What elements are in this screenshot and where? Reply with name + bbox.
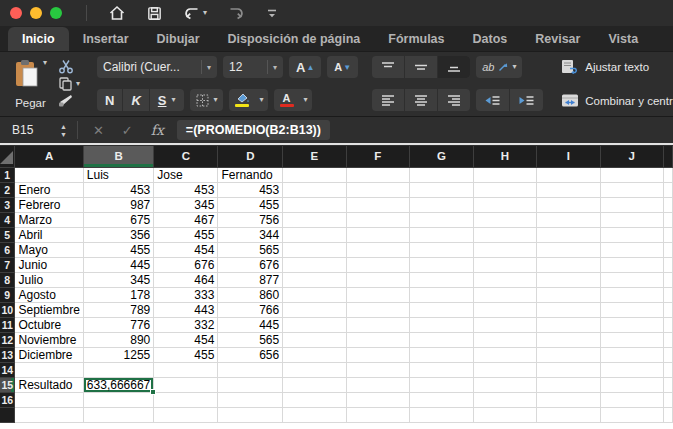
bold-button[interactable]: N [97,89,123,111]
column-header-H[interactable]: H [473,146,536,167]
cell-J11[interactable] [600,317,663,332]
cell-E7[interactable] [283,257,346,272]
cell-G-partial[interactable] [410,407,474,422]
cell-F16[interactable] [346,392,409,407]
align-left-button[interactable] [372,89,405,111]
underline-caret[interactable]: ▾ [171,96,175,104]
merge-center-button[interactable]: Combinar y centrar ▾ [557,91,673,110]
cell-H11[interactable] [473,317,536,332]
cell-B15[interactable]: 633,666667 [83,377,153,392]
cell-D6[interactable]: 565 [218,242,283,257]
row-header-1[interactable]: 1 [0,167,15,182]
cell-J4[interactable] [600,212,663,227]
cell-D13[interactable]: 656 [218,347,283,362]
cell-D9[interactable]: 860 [218,287,283,302]
cell-H3[interactable] [473,197,536,212]
redo-button[interactable] [220,3,252,23]
cell-C15[interactable] [154,377,218,392]
cell-A8[interactable]: Julio [15,272,83,287]
cell-H9[interactable] [473,287,536,302]
paste-button[interactable]: ▾ Pegar [10,56,51,111]
cell-G14[interactable] [410,362,474,377]
cell-C6[interactable]: 454 [154,242,218,257]
cell-D5[interactable]: 344 [218,227,283,242]
cell-A-partial[interactable] [15,407,83,422]
align-top-button[interactable] [372,56,405,78]
cell-I16[interactable] [537,392,600,407]
minimize-window-button[interactable] [30,7,42,19]
column-header-I[interactable]: I [537,146,600,167]
cell-J9[interactable] [600,287,663,302]
cell-A14[interactable] [15,362,83,377]
cell-H8[interactable] [473,272,536,287]
borders-button[interactable]: ▾ [190,89,223,111]
decrease-indent-button[interactable] [476,89,510,111]
cell-D10[interactable]: 766 [218,302,283,317]
cell-H6[interactable] [473,242,536,257]
cell-H1[interactable] [473,167,536,182]
cell-J5[interactable] [600,227,663,242]
cell-C16[interactable] [154,392,218,407]
cell-J10[interactable] [600,302,663,317]
cell-G13[interactable] [410,347,474,362]
cell-A11[interactable]: Octubre [15,317,83,332]
cell-G5[interactable] [410,227,474,242]
cell-D7[interactable]: 676 [218,257,283,272]
cell-H16[interactable] [473,392,536,407]
cell-J7[interactable] [600,257,663,272]
cell-B9[interactable]: 178 [83,287,153,302]
cell-A10[interactable]: Septiembre [15,302,83,317]
increase-indent-button[interactable] [510,89,543,111]
cell-D14[interactable] [218,362,283,377]
cell-B16[interactable] [83,392,153,407]
cell-B3[interactable]: 987 [83,197,153,212]
row-header-11[interactable]: 11 [0,317,15,332]
cell-I5[interactable] [537,227,600,242]
insert-function-button[interactable]: fx [142,122,173,138]
cell-E12[interactable] [283,332,346,347]
font-name-select[interactable]: Calibri (Cuer... ▾ [97,56,217,78]
cell-G15[interactable] [410,377,474,392]
cell-B6[interactable]: 455 [83,242,153,257]
cell-D3[interactable]: 455 [218,197,283,212]
borders-caret[interactable]: ▾ [214,96,218,104]
cell-F13[interactable] [346,347,409,362]
undo-dropdown-caret[interactable]: ▾ [203,9,207,17]
cell-C3[interactable]: 345 [154,197,218,212]
row-header-5[interactable]: 5 [0,227,15,242]
cell-G4[interactable] [410,212,474,227]
cell-C13[interactable]: 455 [154,347,218,362]
cell-I6[interactable] [537,242,600,257]
cell-E6[interactable] [283,242,346,257]
cell-C8[interactable]: 464 [154,272,218,287]
cell-I10[interactable] [537,302,600,317]
cell-D4[interactable]: 756 [218,212,283,227]
align-bottom-button[interactable] [438,56,470,78]
decrease-font-button[interactable]: A▼ [327,56,358,78]
cell-E16[interactable] [283,392,346,407]
fill-color-caret[interactable]: ▾ [256,89,268,111]
cell-G9[interactable] [410,287,474,302]
cell-D1[interactable]: Fernando [218,167,283,182]
cell-E8[interactable] [283,272,346,287]
format-painter-button[interactable] [55,92,83,109]
cell-C-partial[interactable] [154,407,218,422]
row-header-4[interactable]: 4 [0,212,15,227]
cell-B1[interactable]: Luis [83,167,153,182]
cell-D15[interactable] [218,377,283,392]
cell-B8[interactable]: 345 [83,272,153,287]
cell-F5[interactable] [346,227,409,242]
cell-B-partial[interactable] [83,407,153,422]
cell-B5[interactable]: 356 [83,227,153,242]
cell-I14[interactable] [537,362,600,377]
cell-G3[interactable] [410,197,474,212]
cell-A9[interactable]: Agosto [15,287,83,302]
cell-B12[interactable]: 890 [83,332,153,347]
tab-vista[interactable]: Vista [594,27,652,51]
cell-G11[interactable] [410,317,474,332]
cell-A5[interactable]: Abril [15,227,83,242]
tab-revisar[interactable]: Revisar [521,27,594,51]
cell-J13[interactable] [600,347,663,362]
increase-font-button[interactable]: A▲ [289,56,321,78]
cell-I9[interactable] [537,287,600,302]
